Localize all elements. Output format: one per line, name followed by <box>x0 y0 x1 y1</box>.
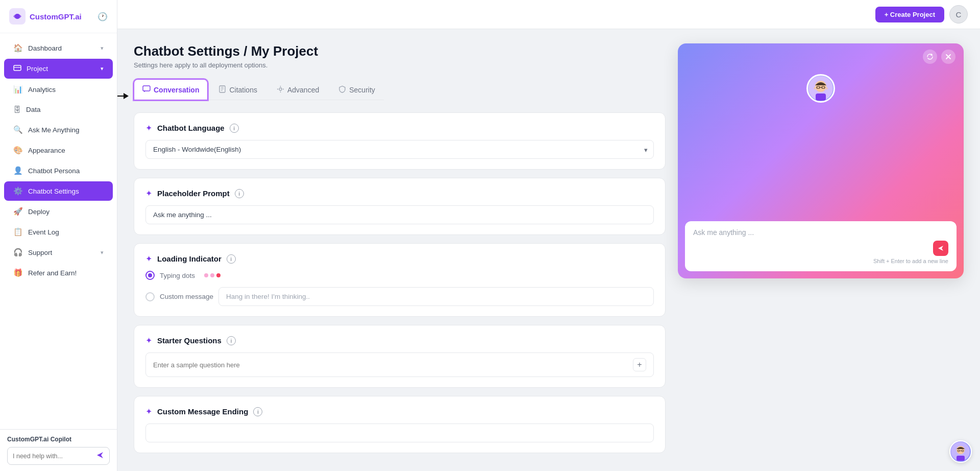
sidebar-item-chatbot-settings[interactable]: ⚙️ Chatbot Settings <box>4 181 113 201</box>
clock-icon: 🕐 <box>97 12 108 21</box>
create-project-button[interactable]: + Create Project <box>875 7 944 22</box>
custom-message-input[interactable] <box>218 287 654 306</box>
project-icon <box>13 64 21 74</box>
loading-indicator-header: ✦ Loading Indicator i <box>145 254 654 264</box>
persona-label: Chatbot Persona <box>28 167 80 175</box>
preview-close-button[interactable] <box>941 50 955 64</box>
settings-panel: Chatbot Settings / My Project Settings h… <box>134 43 666 457</box>
preview-avatar <box>806 74 835 103</box>
chatbot-language-info-icon[interactable]: i <box>230 124 239 133</box>
user-avatar-button[interactable]: C <box>949 5 968 23</box>
sidebar-item-event-log[interactable]: 📋 Event Log <box>4 222 113 242</box>
custom-message-label: Custom message <box>160 293 213 300</box>
placeholder-prompt-input[interactable] <box>145 205 654 224</box>
preview-hint-text: Shift + Enter to add a new line <box>873 258 948 264</box>
custom-message-input-wrap <box>218 287 654 306</box>
arrow-head <box>124 93 129 99</box>
floating-avatar-svg <box>951 442 970 461</box>
typing-dots-option: Typing dots <box>145 271 654 280</box>
placeholder-prompt-title: Placeholder Prompt <box>157 189 230 198</box>
typing-dots-radio[interactable] <box>145 271 155 280</box>
refer-label: Refer and Earn! <box>28 269 77 277</box>
loading-indicator-info-icon[interactable]: i <box>227 254 236 264</box>
svg-rect-8 <box>816 93 826 101</box>
project-chevron: ▾ <box>101 65 104 72</box>
sidebar-item-dashboard[interactable]: 🏠 Dashboard ▾ <box>4 38 113 58</box>
preview-input-bottom: Shift + Enter to add a new line <box>693 241 948 264</box>
loading-indicator-section: ✦ Loading Indicator i Typing dots <box>134 243 666 317</box>
starter-questions-info-icon[interactable]: i <box>227 336 236 345</box>
sparkle-icon-3: ✦ <box>145 254 152 264</box>
copilot-input[interactable] <box>13 453 96 460</box>
citations-tab-icon <box>218 85 226 95</box>
security-tab-label: Security <box>349 86 375 94</box>
sparkle-icon-4: ✦ <box>145 336 152 345</box>
sidebar-item-support[interactable]: 🎧 Support ▾ <box>4 243 113 262</box>
content-area: Chatbot Settings / My Project Settings h… <box>117 29 980 471</box>
sparkle-icon-1: ✦ <box>145 123 152 133</box>
custom-message-ending-info-icon[interactable]: i <box>253 407 262 416</box>
project-label: Project <box>27 65 48 73</box>
custom-message-ending-title: Custom Message Ending <box>157 407 248 416</box>
sidebar: CustomGPT.ai 🕐 🏠 Dashboard ▾ Project ▾ 📊… <box>0 0 117 471</box>
eventlog-label: Event Log <box>28 228 59 236</box>
sidebar-item-project[interactable]: Project ▾ <box>4 59 113 79</box>
sidebar-item-refer-earn[interactable]: 🎁 Refer and Earn! <box>4 263 113 282</box>
eventlog-icon: 📋 <box>13 227 23 237</box>
dashboard-chevron: ▾ <box>101 45 104 52</box>
data-label: Data <box>26 106 41 113</box>
sidebar-item-chatbot-persona[interactable]: 👤 Chatbot Persona <box>4 161 113 180</box>
svg-rect-2 <box>14 65 21 70</box>
preview-chat-area: Ask me anything ... Shift + Enter to add… <box>678 214 964 278</box>
starter-question-input[interactable] <box>153 361 633 369</box>
advanced-tab-label: Advanced <box>287 86 319 94</box>
ask-label: Ask Me Anything <box>28 126 80 134</box>
preview-input-placeholder[interactable]: Ask me anything ... <box>693 228 948 237</box>
preview-refresh-button[interactable] <box>923 50 937 64</box>
custom-message-radio[interactable] <box>145 292 155 301</box>
svg-point-5 <box>279 88 282 90</box>
persona-icon: 👤 <box>13 166 23 175</box>
dot-2 <box>210 273 214 277</box>
sidebar-item-ask-me-anything[interactable]: 🔍 Ask Me Anything <box>4 120 113 139</box>
add-starter-question-button[interactable]: + <box>633 358 646 371</box>
sidebar-item-analytics[interactable]: 📊 Analytics <box>4 80 113 99</box>
custom-message-ending-section: ✦ Custom Message Ending i <box>134 396 666 453</box>
custom-message-ending-header: ✦ Custom Message Ending i <box>145 407 654 416</box>
tabs-container: Conversation Citations Advanced <box>134 79 384 100</box>
tab-advanced[interactable]: Advanced <box>268 80 328 100</box>
dot-3 <box>216 273 220 277</box>
support-label: Support <box>28 249 52 256</box>
appearance-label: Appearance <box>28 147 65 154</box>
settings-label: Chatbot Settings <box>28 187 79 195</box>
analytics-label: Analytics <box>28 86 56 93</box>
preview-topbar <box>678 43 964 70</box>
custom-message-ending-input[interactable] <box>145 423 654 442</box>
topbar: + Create Project C <box>117 0 980 29</box>
floating-avatar[interactable] <box>949 440 972 463</box>
sidebar-item-deploy[interactable]: 🚀 Deploy <box>4 202 113 221</box>
tab-conversation[interactable]: Conversation <box>134 79 208 100</box>
analytics-icon: 📊 <box>13 85 23 94</box>
advanced-tab-icon <box>277 85 284 95</box>
preview-send-button[interactable] <box>933 241 948 256</box>
arrow-annotation <box>117 93 129 99</box>
tab-security[interactable]: Security <box>330 80 384 100</box>
placeholder-prompt-info-icon[interactable]: i <box>235 189 244 198</box>
starter-questions-title: Starter Questions <box>157 336 222 345</box>
security-tab-icon <box>338 85 346 95</box>
sidebar-item-data[interactable]: 🗄 Data <box>4 100 113 119</box>
tab-citations[interactable]: Citations <box>210 80 265 100</box>
placeholder-prompt-section: ✦ Placeholder Prompt i <box>134 178 666 235</box>
language-select[interactable]: English - Worldwide(English) <box>145 140 654 159</box>
dashboard-icon: 🏠 <box>13 43 23 53</box>
copilot-section: CustomGPT.ai Copilot <box>0 429 117 471</box>
custom-message-option: Custom message <box>145 287 654 306</box>
sidebar-item-appearance[interactable]: 🎨 Appearance <box>4 140 113 160</box>
copilot-send-button[interactable] <box>96 451 104 461</box>
dot-1 <box>204 273 208 277</box>
placeholder-prompt-header: ✦ Placeholder Prompt i <box>145 189 654 198</box>
logo-text: CustomGPT.ai <box>30 12 82 21</box>
sparkle-icon-5: ✦ <box>145 407 152 416</box>
sidebar-logo: CustomGPT.ai 🕐 <box>0 0 117 33</box>
